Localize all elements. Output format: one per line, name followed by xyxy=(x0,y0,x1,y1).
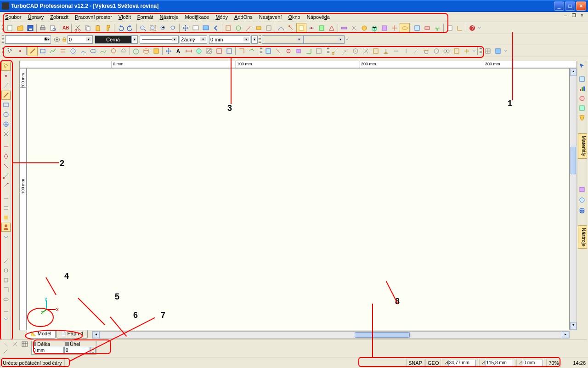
menu-vlozit[interactable]: Vložit xyxy=(115,13,134,21)
snap-icon[interactable] xyxy=(361,46,371,56)
color-combo[interactable]: Černá xyxy=(95,35,131,44)
snap-toggle[interactable]: SNAP xyxy=(406,359,424,367)
length-input[interactable] xyxy=(32,347,64,353)
snap-icon[interactable] xyxy=(452,46,462,56)
toolbar-grip[interactable] xyxy=(2,24,4,32)
zoom-level[interactable]: 70% xyxy=(546,359,561,367)
tool-icon[interactable] xyxy=(306,23,317,33)
tool-icon[interactable] xyxy=(223,23,233,33)
angle-input[interactable] xyxy=(64,347,90,353)
materials-panel-tab[interactable]: Materiály xyxy=(578,133,587,159)
rectangle-tool-icon[interactable] xyxy=(38,46,48,56)
tool-icon[interactable] xyxy=(254,23,264,33)
previous-view-button[interactable] xyxy=(211,23,221,33)
help-button[interactable]: ? xyxy=(467,23,477,33)
toolbar-grip[interactable] xyxy=(480,47,482,55)
toolbar-grip[interactable] xyxy=(2,47,4,55)
print-button[interactable] xyxy=(38,23,48,33)
named-view-button[interactable] xyxy=(191,23,201,33)
snap-icon[interactable] xyxy=(391,46,401,56)
tool-icon[interactable] xyxy=(1,194,11,203)
tool-icon[interactable] xyxy=(577,195,587,205)
tool-icon[interactable] xyxy=(276,23,286,33)
select-arrow-icon[interactable] xyxy=(577,62,587,71)
table-icon[interactable] xyxy=(20,341,29,347)
z-input[interactable] xyxy=(523,360,543,366)
tool-icon[interactable] xyxy=(1,295,11,304)
lock-icon[interactable] xyxy=(65,342,69,346)
menu-modifikace[interactable]: Modifikace xyxy=(182,13,213,21)
style-combo[interactable]: ▾ xyxy=(262,35,303,44)
snap-tangent-icon[interactable] xyxy=(421,46,431,56)
mdi-close[interactable]: × xyxy=(579,13,585,19)
tool-icon[interactable] xyxy=(224,46,234,56)
menu-format[interactable]: Formát xyxy=(134,13,157,21)
tool-icon[interactable] xyxy=(1,120,11,129)
ellipse-tool-icon[interactable] xyxy=(88,46,98,56)
tool-icon[interactable] xyxy=(237,46,247,56)
spinner-down[interactable]: ▾ xyxy=(90,351,95,354)
tool-icon[interactable] xyxy=(577,94,587,103)
polygon-tool-icon[interactable] xyxy=(108,46,119,56)
horizontal-scrollbar[interactable]: ◂ ▸ xyxy=(92,331,570,339)
close-button[interactable]: × xyxy=(576,1,586,11)
tool-icon[interactable] xyxy=(1,129,11,138)
text-tool-icon[interactable]: A xyxy=(174,46,184,56)
layer-name-combo[interactable]: 0▾ xyxy=(68,35,93,44)
format-painter-button[interactable] xyxy=(103,23,113,33)
chart-icon[interactable] xyxy=(577,84,587,93)
tool-icon[interactable] xyxy=(577,75,587,84)
tool-icon[interactable] xyxy=(194,46,204,56)
inspector-icon[interactable] xyxy=(2,348,9,355)
tool-active-icon[interactable] xyxy=(296,23,306,33)
tool-icon[interactable] xyxy=(1,100,11,109)
menu-zobrazit[interactable]: Zobrazit xyxy=(47,13,72,21)
zoom-in-button[interactable]: + xyxy=(158,23,168,33)
lineweight-combo[interactable]: 0 mm▾ xyxy=(209,35,250,44)
menu-soubor[interactable]: Soubor xyxy=(2,13,24,21)
arc-tool-icon[interactable] xyxy=(78,46,88,56)
mdi-restore[interactable]: ❐ xyxy=(571,13,577,19)
circle-tool-icon[interactable] xyxy=(68,46,78,56)
ucs-icon[interactable] xyxy=(455,23,465,33)
3d-box-tool-icon[interactable] xyxy=(131,46,141,56)
snap-icon[interactable] xyxy=(431,46,441,56)
snap-icon[interactable] xyxy=(401,46,411,56)
save-button[interactable] xyxy=(25,23,35,33)
menu-pracovni-prostor[interactable]: Pracovní prostor xyxy=(72,13,115,21)
tool-icon[interactable] xyxy=(400,23,410,33)
scroll-thumb[interactable] xyxy=(571,147,576,174)
circle-tool-icon[interactable] xyxy=(1,110,11,119)
tool-icon[interactable] xyxy=(317,23,327,33)
tool-icon[interactable] xyxy=(151,46,161,56)
style-combo-2[interactable]: ▾ xyxy=(303,35,345,44)
tool-icon[interactable] xyxy=(327,23,337,33)
undo-button[interactable] xyxy=(115,23,125,33)
snap-icon[interactable] xyxy=(371,46,381,56)
tool-icon[interactable] xyxy=(1,171,11,180)
tool-icon[interactable] xyxy=(359,23,369,33)
maximize-button[interactable]: □ xyxy=(565,1,575,11)
dropdown-arrow-icon[interactable] xyxy=(1,314,11,323)
vertical-scrollbar[interactable]: ▴ ▾ xyxy=(570,68,577,330)
drawing-canvas[interactable]: x y z xyxy=(27,68,570,330)
tab-paper[interactable]: 📄 Papír 1 xyxy=(57,330,88,339)
y-input[interactable] xyxy=(486,360,513,366)
tool-icon[interactable] xyxy=(247,46,257,56)
snap-icon[interactable] xyxy=(441,46,452,56)
geo-toggle[interactable]: GEO xyxy=(425,359,441,367)
toolbar-grip[interactable] xyxy=(2,35,4,44)
lock-icon[interactable] xyxy=(61,34,68,45)
line-tool-icon[interactable] xyxy=(1,91,11,100)
pan-button[interactable] xyxy=(181,23,191,33)
tool-icon[interactable] xyxy=(1,152,11,161)
snap-icon[interactable] xyxy=(411,46,421,56)
point-tool-icon[interactable] xyxy=(15,46,25,56)
tool-icon[interactable] xyxy=(339,23,349,33)
menu-okno[interactable]: Okno xyxy=(285,13,303,21)
menu-mody[interactable]: Módy xyxy=(212,13,231,21)
spell-button[interactable]: ABC xyxy=(60,23,70,33)
color-dd[interactable]: ▾ xyxy=(131,35,138,44)
tool-icon[interactable] xyxy=(1,181,11,190)
tab-model[interactable]: 📐 Model xyxy=(27,330,56,339)
